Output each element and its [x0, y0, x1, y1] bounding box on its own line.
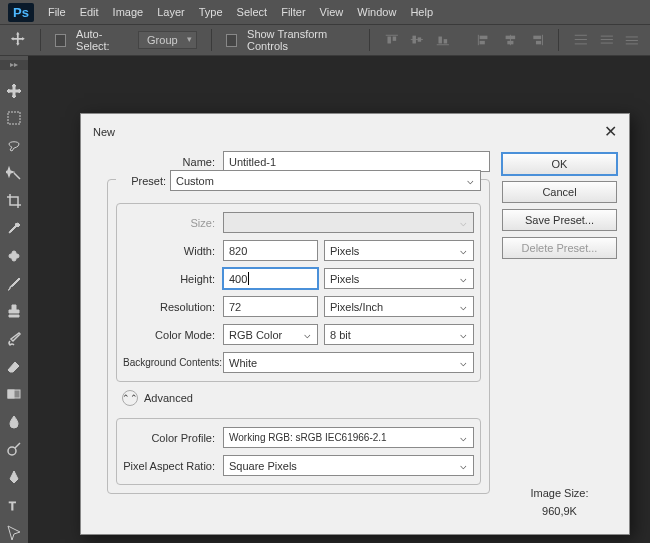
profile-select[interactable]: Working RGB: sRGB IEC61966-2.1 — [223, 427, 474, 448]
svg-rect-20 — [575, 43, 587, 44]
svg-rect-26 — [626, 43, 638, 44]
crop-tool[interactable] — [3, 190, 25, 212]
menu-file[interactable]: File — [48, 6, 66, 18]
show-transform-checkbox[interactable] — [226, 34, 238, 47]
svg-rect-31 — [8, 390, 14, 398]
menubar: Ps File Edit Image Layer Type Select Fil… — [0, 0, 650, 24]
width-input[interactable]: 820 — [223, 240, 318, 261]
close-icon[interactable]: ✕ — [604, 122, 617, 141]
align-left-icon[interactable] — [477, 33, 493, 47]
svg-rect-18 — [575, 35, 587, 36]
menu-image[interactable]: Image — [113, 6, 144, 18]
distribute-bottom-icon[interactable] — [624, 33, 640, 47]
resolution-label: Resolution: — [123, 301, 223, 313]
svg-rect-7 — [438, 37, 441, 44]
svg-rect-27 — [8, 112, 20, 124]
save-preset-button[interactable]: Save Preset... — [502, 209, 617, 231]
marquee-tool[interactable] — [3, 107, 25, 129]
eraser-tool[interactable] — [3, 356, 25, 378]
svg-rect-21 — [601, 36, 613, 37]
auto-select-combo[interactable]: Group — [138, 31, 197, 49]
menu-filter[interactable]: Filter — [281, 6, 305, 18]
svg-rect-19 — [575, 39, 587, 40]
align-hcenter-icon[interactable] — [503, 33, 519, 47]
align-vcenter-icon[interactable] — [409, 33, 425, 47]
svg-rect-22 — [601, 39, 613, 40]
healing-tool[interactable] — [3, 245, 25, 267]
distribute-vcenter-icon[interactable] — [599, 33, 615, 47]
menu-help[interactable]: Help — [410, 6, 433, 18]
svg-rect-11 — [480, 41, 485, 44]
move-tool[interactable] — [3, 80, 25, 102]
chevron-up-icon: ⌃⌃ — [122, 390, 138, 406]
history-brush-tool[interactable] — [3, 328, 25, 350]
svg-rect-23 — [601, 43, 613, 44]
svg-rect-6 — [437, 44, 449, 45]
resolution-unit-select[interactable]: Pixels/Inch — [324, 296, 474, 317]
distribute-top-icon[interactable] — [573, 33, 589, 47]
cancel-button[interactable]: Cancel — [502, 181, 617, 203]
pen-tool[interactable] — [3, 466, 25, 488]
menu-view[interactable]: View — [320, 6, 344, 18]
blur-tool[interactable] — [3, 411, 25, 433]
size-label: Size: — [123, 217, 223, 229]
gradient-tool[interactable] — [3, 383, 25, 405]
brush-tool[interactable] — [3, 273, 25, 295]
expand-panel-icon[interactable]: ▸▸ — [0, 60, 28, 70]
image-size-value: 960,9K — [502, 503, 617, 521]
align-right-icon[interactable] — [529, 33, 545, 47]
menu-window[interactable]: Window — [357, 6, 396, 18]
svg-rect-25 — [626, 40, 638, 41]
colormode-select[interactable]: RGB Color — [223, 324, 318, 345]
svg-rect-1 — [387, 37, 390, 44]
lasso-tool[interactable] — [3, 135, 25, 157]
new-document-dialog: New ✕ Name: Untitled-1 Preset: Custom Si… — [80, 113, 630, 535]
svg-rect-17 — [536, 41, 541, 44]
aspect-select[interactable]: Square Pixels — [223, 455, 474, 476]
wand-tool[interactable] — [3, 163, 25, 185]
bg-select[interactable]: White — [223, 352, 474, 373]
svg-rect-15 — [542, 35, 543, 45]
height-label: Height: — [123, 273, 223, 285]
resolution-input[interactable]: 72 — [223, 296, 318, 317]
svg-point-32 — [8, 447, 16, 455]
svg-rect-0 — [385, 35, 397, 36]
path-tool[interactable] — [3, 521, 25, 543]
menu-layer[interactable]: Layer — [157, 6, 185, 18]
menu-select[interactable]: Select — [237, 6, 268, 18]
svg-rect-29 — [12, 251, 16, 261]
preset-select[interactable]: Custom — [170, 170, 481, 191]
align-bottom-icon[interactable] — [435, 33, 451, 47]
svg-text:T: T — [9, 500, 16, 512]
advanced-label: Advanced — [144, 392, 193, 404]
move-tool-icon — [10, 31, 26, 49]
stamp-tool[interactable] — [3, 301, 25, 323]
bg-label: Background Contents: — [123, 357, 223, 368]
svg-rect-4 — [413, 36, 416, 44]
svg-rect-24 — [626, 37, 638, 38]
image-size-readout: Image Size: 960,9K — [502, 485, 617, 520]
name-input[interactable]: Untitled-1 — [223, 151, 490, 172]
size-select — [223, 212, 474, 233]
auto-select-checkbox[interactable] — [55, 34, 67, 47]
menu-type[interactable]: Type — [199, 6, 223, 18]
svg-rect-14 — [507, 41, 513, 44]
align-top-icon[interactable] — [384, 33, 400, 47]
delete-preset-button: Delete Preset... — [502, 237, 617, 259]
type-tool[interactable]: T — [3, 494, 25, 516]
image-size-label: Image Size: — [502, 485, 617, 503]
svg-rect-13 — [506, 36, 516, 39]
height-unit-select[interactable]: Pixels — [324, 268, 474, 289]
svg-rect-5 — [418, 37, 421, 41]
colormode-label: Color Mode: — [123, 329, 223, 341]
auto-select-label: Auto-Select: — [76, 28, 128, 52]
dodge-tool[interactable] — [3, 439, 25, 461]
ok-button[interactable]: OK — [502, 153, 617, 175]
advanced-toggle[interactable]: ⌃⌃ Advanced — [122, 390, 481, 406]
colordepth-select[interactable]: 8 bit — [324, 324, 474, 345]
eyedropper-tool[interactable] — [3, 218, 25, 240]
height-input[interactable]: 400 — [223, 268, 318, 289]
menu-edit[interactable]: Edit — [80, 6, 99, 18]
tools-panel: ▸▸ T — [0, 56, 28, 543]
width-unit-select[interactable]: Pixels — [324, 240, 474, 261]
